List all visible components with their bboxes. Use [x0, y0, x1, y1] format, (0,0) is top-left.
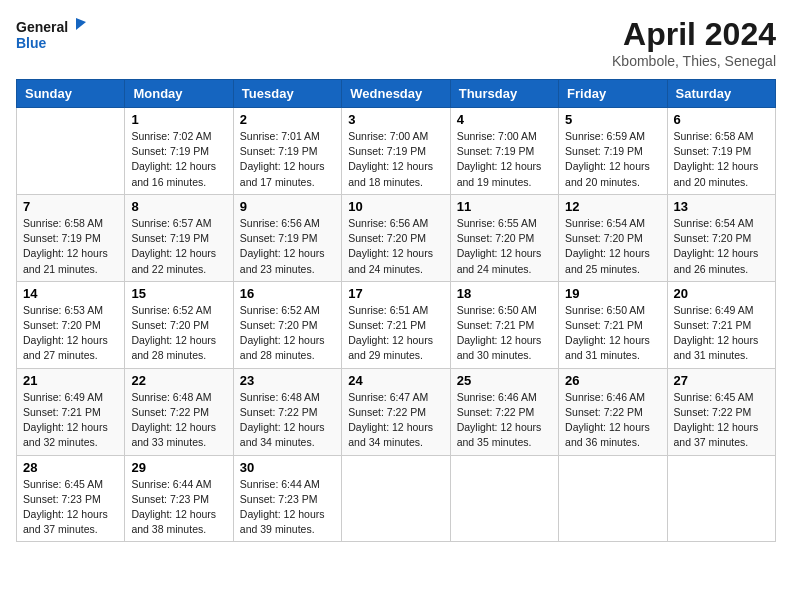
day-number: 9 — [240, 199, 335, 214]
day-info: Sunrise: 6:58 AM Sunset: 7:19 PM Dayligh… — [23, 216, 118, 277]
calendar-cell: 9Sunrise: 6:56 AM Sunset: 7:19 PM Daylig… — [233, 194, 341, 281]
day-info: Sunrise: 6:51 AM Sunset: 7:21 PM Dayligh… — [348, 303, 443, 364]
day-info: Sunrise: 6:55 AM Sunset: 7:20 PM Dayligh… — [457, 216, 552, 277]
day-number: 10 — [348, 199, 443, 214]
calendar-cell: 5Sunrise: 6:59 AM Sunset: 7:19 PM Daylig… — [559, 108, 667, 195]
day-info: Sunrise: 6:48 AM Sunset: 7:22 PM Dayligh… — [131, 390, 226, 451]
month-title: April 2024 — [612, 16, 776, 53]
day-info: Sunrise: 6:46 AM Sunset: 7:22 PM Dayligh… — [565, 390, 660, 451]
calendar-cell: 18Sunrise: 6:50 AM Sunset: 7:21 PM Dayli… — [450, 281, 558, 368]
calendar-cell — [17, 108, 125, 195]
location-subtitle: Kbombole, Thies, Senegal — [612, 53, 776, 69]
svg-text:General: General — [16, 19, 68, 35]
day-info: Sunrise: 6:49 AM Sunset: 7:21 PM Dayligh… — [23, 390, 118, 451]
calendar-cell: 14Sunrise: 6:53 AM Sunset: 7:20 PM Dayli… — [17, 281, 125, 368]
day-number: 13 — [674, 199, 769, 214]
logo-svg: General Blue — [16, 16, 86, 58]
calendar-cell: 11Sunrise: 6:55 AM Sunset: 7:20 PM Dayli… — [450, 194, 558, 281]
col-header-friday: Friday — [559, 80, 667, 108]
calendar-cell: 6Sunrise: 6:58 AM Sunset: 7:19 PM Daylig… — [667, 108, 775, 195]
logo: General Blue — [16, 16, 86, 58]
day-info: Sunrise: 6:44 AM Sunset: 7:23 PM Dayligh… — [131, 477, 226, 538]
calendar-cell: 8Sunrise: 6:57 AM Sunset: 7:19 PM Daylig… — [125, 194, 233, 281]
calendar-table: SundayMondayTuesdayWednesdayThursdayFrid… — [16, 79, 776, 542]
day-number: 20 — [674, 286, 769, 301]
calendar-cell: 19Sunrise: 6:50 AM Sunset: 7:21 PM Dayli… — [559, 281, 667, 368]
col-header-sunday: Sunday — [17, 80, 125, 108]
day-number: 27 — [674, 373, 769, 388]
calendar-cell: 1Sunrise: 7:02 AM Sunset: 7:19 PM Daylig… — [125, 108, 233, 195]
day-number: 18 — [457, 286, 552, 301]
day-number: 16 — [240, 286, 335, 301]
col-header-monday: Monday — [125, 80, 233, 108]
calendar-cell: 23Sunrise: 6:48 AM Sunset: 7:22 PM Dayli… — [233, 368, 341, 455]
svg-marker-2 — [76, 18, 86, 30]
day-number: 25 — [457, 373, 552, 388]
calendar-cell: 20Sunrise: 6:49 AM Sunset: 7:21 PM Dayli… — [667, 281, 775, 368]
page-header: General Blue April 2024 Kbombole, Thies,… — [16, 16, 776, 69]
day-info: Sunrise: 6:56 AM Sunset: 7:19 PM Dayligh… — [240, 216, 335, 277]
day-number: 22 — [131, 373, 226, 388]
calendar-cell — [667, 455, 775, 542]
day-info: Sunrise: 6:52 AM Sunset: 7:20 PM Dayligh… — [240, 303, 335, 364]
title-area: April 2024 Kbombole, Thies, Senegal — [612, 16, 776, 69]
day-number: 6 — [674, 112, 769, 127]
day-number: 2 — [240, 112, 335, 127]
calendar-cell: 27Sunrise: 6:45 AM Sunset: 7:22 PM Dayli… — [667, 368, 775, 455]
day-info: Sunrise: 6:50 AM Sunset: 7:21 PM Dayligh… — [565, 303, 660, 364]
col-header-thursday: Thursday — [450, 80, 558, 108]
day-info: Sunrise: 6:49 AM Sunset: 7:21 PM Dayligh… — [674, 303, 769, 364]
day-number: 4 — [457, 112, 552, 127]
calendar-cell: 22Sunrise: 6:48 AM Sunset: 7:22 PM Dayli… — [125, 368, 233, 455]
calendar-cell: 7Sunrise: 6:58 AM Sunset: 7:19 PM Daylig… — [17, 194, 125, 281]
day-info: Sunrise: 6:45 AM Sunset: 7:22 PM Dayligh… — [674, 390, 769, 451]
calendar-cell: 2Sunrise: 7:01 AM Sunset: 7:19 PM Daylig… — [233, 108, 341, 195]
calendar-cell: 16Sunrise: 6:52 AM Sunset: 7:20 PM Dayli… — [233, 281, 341, 368]
day-info: Sunrise: 6:53 AM Sunset: 7:20 PM Dayligh… — [23, 303, 118, 364]
day-info: Sunrise: 6:58 AM Sunset: 7:19 PM Dayligh… — [674, 129, 769, 190]
day-number: 29 — [131, 460, 226, 475]
calendar-cell: 28Sunrise: 6:45 AM Sunset: 7:23 PM Dayli… — [17, 455, 125, 542]
day-number: 28 — [23, 460, 118, 475]
calendar-cell: 4Sunrise: 7:00 AM Sunset: 7:19 PM Daylig… — [450, 108, 558, 195]
day-number: 21 — [23, 373, 118, 388]
day-info: Sunrise: 6:44 AM Sunset: 7:23 PM Dayligh… — [240, 477, 335, 538]
day-number: 17 — [348, 286, 443, 301]
col-header-saturday: Saturday — [667, 80, 775, 108]
day-info: Sunrise: 6:47 AM Sunset: 7:22 PM Dayligh… — [348, 390, 443, 451]
day-number: 3 — [348, 112, 443, 127]
day-number: 1 — [131, 112, 226, 127]
day-info: Sunrise: 7:02 AM Sunset: 7:19 PM Dayligh… — [131, 129, 226, 190]
day-info: Sunrise: 6:46 AM Sunset: 7:22 PM Dayligh… — [457, 390, 552, 451]
day-info: Sunrise: 7:00 AM Sunset: 7:19 PM Dayligh… — [348, 129, 443, 190]
day-number: 14 — [23, 286, 118, 301]
day-info: Sunrise: 7:01 AM Sunset: 7:19 PM Dayligh… — [240, 129, 335, 190]
col-header-wednesday: Wednesday — [342, 80, 450, 108]
calendar-cell: 30Sunrise: 6:44 AM Sunset: 7:23 PM Dayli… — [233, 455, 341, 542]
day-number: 23 — [240, 373, 335, 388]
day-info: Sunrise: 6:45 AM Sunset: 7:23 PM Dayligh… — [23, 477, 118, 538]
svg-text:Blue: Blue — [16, 35, 47, 51]
day-number: 5 — [565, 112, 660, 127]
calendar-cell — [559, 455, 667, 542]
calendar-cell: 3Sunrise: 7:00 AM Sunset: 7:19 PM Daylig… — [342, 108, 450, 195]
calendar-cell: 12Sunrise: 6:54 AM Sunset: 7:20 PM Dayli… — [559, 194, 667, 281]
day-number: 12 — [565, 199, 660, 214]
calendar-cell: 29Sunrise: 6:44 AM Sunset: 7:23 PM Dayli… — [125, 455, 233, 542]
calendar-cell: 17Sunrise: 6:51 AM Sunset: 7:21 PM Dayli… — [342, 281, 450, 368]
day-info: Sunrise: 6:57 AM Sunset: 7:19 PM Dayligh… — [131, 216, 226, 277]
day-number: 24 — [348, 373, 443, 388]
day-number: 30 — [240, 460, 335, 475]
day-number: 15 — [131, 286, 226, 301]
day-info: Sunrise: 6:54 AM Sunset: 7:20 PM Dayligh… — [674, 216, 769, 277]
calendar-cell: 13Sunrise: 6:54 AM Sunset: 7:20 PM Dayli… — [667, 194, 775, 281]
day-number: 8 — [131, 199, 226, 214]
calendar-cell: 26Sunrise: 6:46 AM Sunset: 7:22 PM Dayli… — [559, 368, 667, 455]
calendar-cell — [342, 455, 450, 542]
calendar-cell: 21Sunrise: 6:49 AM Sunset: 7:21 PM Dayli… — [17, 368, 125, 455]
day-number: 7 — [23, 199, 118, 214]
calendar-cell: 24Sunrise: 6:47 AM Sunset: 7:22 PM Dayli… — [342, 368, 450, 455]
day-info: Sunrise: 6:52 AM Sunset: 7:20 PM Dayligh… — [131, 303, 226, 364]
day-info: Sunrise: 7:00 AM Sunset: 7:19 PM Dayligh… — [457, 129, 552, 190]
calendar-cell: 25Sunrise: 6:46 AM Sunset: 7:22 PM Dayli… — [450, 368, 558, 455]
